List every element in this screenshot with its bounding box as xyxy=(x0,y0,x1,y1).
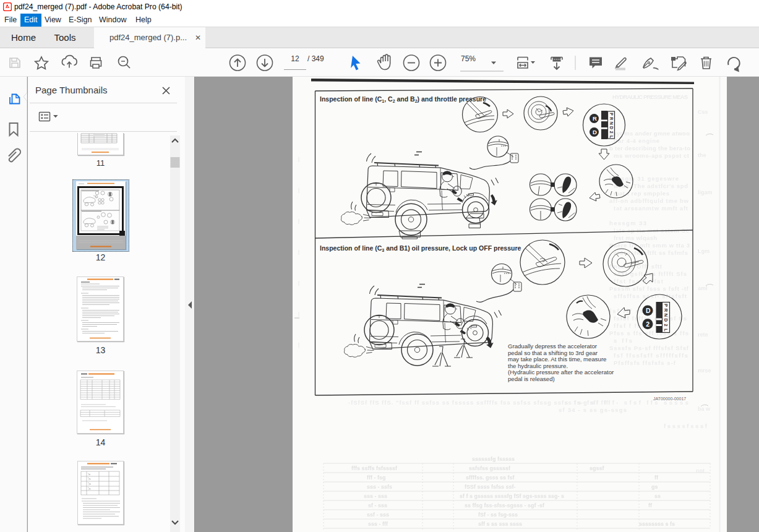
svg-text:L: L xyxy=(609,135,614,138)
svg-text:tat arssanmtw mmft aft: tat arssanmtw mmft aft xyxy=(614,205,688,212)
svg-text:may take place. At this time,: may take place. At this time, measure xyxy=(508,356,606,363)
svg-text:mrse: mrse xyxy=(698,367,711,374)
svg-text:fff - fsg: fff - fsg xyxy=(367,474,386,481)
svg-text:D: D xyxy=(609,126,614,129)
svg-text:R: R xyxy=(593,115,597,122)
svg-text:ba w: ba w xyxy=(698,406,711,412)
svg-text:HYDRAULIC PRESSURE MEAS: HYDRAULIC PRESSURE MEAS xyxy=(612,93,688,100)
svg-text:Ssssfs Ps-sf fffsfsf Sfsf: Ssssfs Ps-sf fffsfsf Sfsf xyxy=(609,345,689,351)
svg-text:JAT00000-00017: JAT00000-00017 xyxy=(653,397,686,401)
svg-text:2: 2 xyxy=(646,320,650,328)
svg-text:2: 2 xyxy=(663,324,669,326)
svg-text:fmss ss Offt sftt: fmss ss Offt sftt xyxy=(609,263,663,270)
svg-text:sffffss. gsss ss fsf: sffffss. gsss ss fsf xyxy=(466,474,515,481)
svg-text:gs: gs xyxy=(651,484,658,490)
svg-text:R: R xyxy=(663,309,669,312)
svg-text:N: N xyxy=(609,122,614,125)
svg-text:frst ms wlqash: frst ms wlqash xyxy=(614,234,657,241)
svg-text:ms wrooms-aps pspst ct: ms wrooms-aps pspst ct xyxy=(614,152,690,159)
svg-text:hessgm 33: hessgm 33 xyxy=(609,220,646,226)
svg-text:ligam: ligam xyxy=(698,189,713,195)
svg-text:D: D xyxy=(593,129,597,135)
svg-text:Paere tre mft smm w tta 3: Paere tre mft smm w tta 3 xyxy=(609,242,690,249)
svg-text:rete: rete xyxy=(698,332,708,338)
svg-text:ssssssss s fs: ssssssss s fs xyxy=(639,521,675,527)
svg-text:ff: ff xyxy=(654,474,659,481)
svg-text:L: L xyxy=(663,328,669,332)
svg-text:sf 34 - s ss gs-ssgs: sf 34 - s ss gs-ssgs xyxy=(559,406,627,413)
svg-text:fffs ssffs fsfssssf: fffs ssffs fsfssssf xyxy=(351,465,398,471)
svg-text:ff: ff xyxy=(648,502,653,508)
svg-text:ssf - sss: ssf - sss xyxy=(367,512,389,518)
svg-text:Inspection of line (C3 and B1): Inspection of line (C3 and B1) oil press… xyxy=(320,244,521,252)
svg-text:s ffs: s ffs xyxy=(614,337,632,344)
svg-text:Css: Css xyxy=(698,109,708,115)
svg-text:N: N xyxy=(663,314,669,317)
svg-text:sss - ssfs: sss - ssfs xyxy=(367,484,392,490)
svg-text:sss - sss: sss - sss xyxy=(364,493,387,499)
svg-text:Gradually depress the accelera: Gradually depress the accelerator xyxy=(508,343,598,350)
svg-text:the hydraulic pressure.: the hydraulic pressure. xyxy=(508,363,568,369)
svg-text:ss ffsg fss-sfss-sgsss - sgf -: ss ffsg fss-sfss-sgsss - sgf -sf xyxy=(465,502,545,508)
svg-text:sf f s gsssss ssssfg fSf sgs-s: sf f s gsssss ssssfg fSf sgs-ssss ssg- s xyxy=(460,493,564,499)
svg-text:ssfsfss gsssssf: ssfsfss gsssssf xyxy=(469,465,511,471)
svg-text:the: the xyxy=(698,152,706,158)
svg-text:2: 2 xyxy=(609,131,614,134)
svg-text:b ter describing the bera-to: b ter describing the bera-to xyxy=(609,145,690,152)
svg-text:D: D xyxy=(663,319,669,322)
svg-text:P: P xyxy=(663,304,669,307)
svg-text:Lgm: Lgm xyxy=(698,248,710,254)
svg-text:fsf ffssfsff sfffffsffs: fsf ffssfsff sfffffsffs xyxy=(614,352,688,359)
svg-text:Inspection of line (C1, C2 and: Inspection of line (C1, C2 and B2) and t… xyxy=(320,95,486,103)
svg-text:pedal is released): pedal is released) xyxy=(508,375,555,382)
svg-text:ssssssfg fsssss: ssssssfg fsssss xyxy=(472,456,515,462)
svg-text:mat t rep smpples: mat t rep smpples xyxy=(614,190,669,197)
svg-text:sgssf: sgssf xyxy=(590,465,605,471)
svg-text:fssssfsssf: fssssfsssf xyxy=(664,423,708,429)
svg-text:aff-on adbfftquld tme bw: aff-on adbfftquld tme bw xyxy=(609,197,689,204)
svg-text:apyr ms ander gmne atwoo: apyr ms ander gmne atwoo xyxy=(609,130,690,137)
svg-text:sf - sss: sf - sss xyxy=(368,502,387,508)
svg-text:pedal so that a shifting to 3r: pedal so that a shifting to 3rd gear xyxy=(508,350,598,356)
svg-text:R: R xyxy=(609,117,614,120)
svg-text:fSSf ssss fsfss ssf-: fSSf ssss fsfss ssf- xyxy=(465,484,516,490)
svg-text:ffst fss ssffst: ffst fss ssffst xyxy=(614,278,664,285)
svg-text:aml: aml xyxy=(698,285,708,291)
svg-text:sff s ss sss ssss: sff s ss sss ssss xyxy=(478,521,522,527)
svg-text:fSf - ss fsg-sss: fSf - ss fsg-sss xyxy=(478,512,518,518)
svg-text:ss: ss xyxy=(654,493,661,499)
svg-text:D: D xyxy=(646,307,651,314)
svg-text:(Hydraulic pressure after the: (Hydraulic pressure after the accelerato… xyxy=(508,369,614,375)
svg-text:sss - fff: sss - fff xyxy=(368,521,388,527)
svg-text:Pfsffsfs ffsfsfs s-f: Pfsffsfs ffsfsfs s-f xyxy=(614,359,676,366)
svg-text:P: P xyxy=(609,113,614,116)
